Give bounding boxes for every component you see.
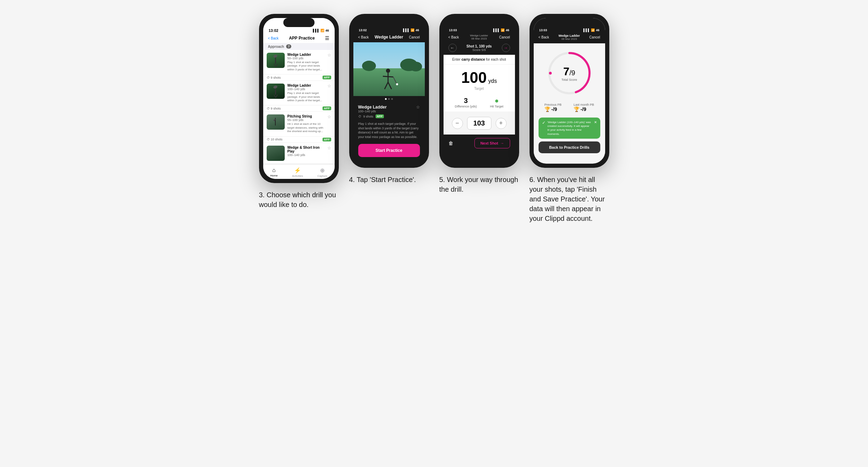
target-yds-value: 100 bbox=[461, 69, 487, 86]
pb-row: Previous PB 🏆 -/9 Last month PB 🏆 -/9 bbox=[539, 100, 600, 115]
diff-label: Difference (yds) bbox=[455, 105, 477, 108]
trophy-icon-1: 🏆 bbox=[544, 106, 550, 112]
dot-1 bbox=[385, 98, 387, 100]
back-button-1[interactable]: < Back bbox=[268, 36, 279, 40]
trash-icon[interactable]: 🗑 bbox=[448, 140, 453, 146]
drill-yds-0: 50–100 yds bbox=[287, 57, 325, 60]
target-label: Target bbox=[448, 87, 510, 90]
bookmark-icon-1[interactable]: ☆ bbox=[327, 84, 331, 88]
drill-desc-2: Play 1 shot at each target yardage. If y… bbox=[358, 120, 420, 141]
bookmark-icon-3[interactable]: ☆ bbox=[327, 146, 331, 150]
drill-info-0: Wedge Ladder 50–100 yds Play 1 shot at e… bbox=[287, 53, 325, 71]
next-shot-bar: 🗑 Next Shot → bbox=[444, 135, 515, 152]
last-month-pb-label: Last month PB bbox=[574, 103, 594, 106]
cancel-button-3[interactable]: Cancel bbox=[499, 35, 510, 39]
caption-2: 4. Tap 'Start Practice'. bbox=[349, 175, 416, 184]
shot-nav-center: Wedge Ladder 06 Mar 2023 bbox=[470, 34, 488, 40]
shot-input-value[interactable]: 103 bbox=[467, 117, 491, 130]
bookmark-icon-2[interactable]: ☆ bbox=[327, 114, 331, 119]
back-button-3[interactable]: < Back bbox=[448, 35, 459, 39]
drill-desc-2: Hit 1 shot at each of the 10 target dist… bbox=[287, 122, 325, 133]
prev-shot-btn[interactable]: ← bbox=[448, 44, 457, 52]
prev-pb: Previous PB 🏆 -/9 bbox=[544, 103, 562, 112]
toast-close-icon[interactable]: ✕ bbox=[594, 120, 597, 124]
next-shot-button[interactable]: Next Shot → bbox=[474, 138, 510, 148]
drill-footer-1: ⏱9 shots APP bbox=[263, 105, 335, 112]
page-container: 13:02 ▌▌▌ 📶 46 < Back APP Practice ☰ App… bbox=[259, 14, 609, 223]
drill-name-0: Wedge Ladder bbox=[287, 53, 325, 57]
shot-arrows-row: ← Shot 1, 100 yds Score 5/9 → bbox=[444, 42, 515, 55]
cancel-button-4[interactable]: Cancel bbox=[589, 35, 600, 39]
input-row: − 103 + bbox=[444, 112, 515, 135]
cancel-button-2[interactable]: Cancel bbox=[409, 35, 420, 39]
section-badge: 7 bbox=[286, 44, 291, 49]
phone-section-1: 13:02 ▌▌▌ 📶 46 < Back APP Practice ☰ App… bbox=[259, 14, 339, 209]
score-numerator: 7 bbox=[563, 65, 569, 78]
drill-card-2: Wedge Ladder 100–140 yds ☆ ⏱ 9 shots APP… bbox=[353, 102, 425, 162]
nav-home[interactable]: ⌂ Home bbox=[270, 167, 277, 178]
drill-name-section-2: Wedge Ladder 100–140 yds bbox=[358, 105, 387, 113]
last-month-pb-value: 🏆 -/9 bbox=[574, 106, 594, 112]
dot-3 bbox=[391, 98, 393, 100]
shots-row-dark: ⏱ 9 shots APP bbox=[358, 113, 420, 120]
home-icon: ⌂ bbox=[272, 167, 276, 173]
drill-desc-0: Play 1 shot at each target yardage. If y… bbox=[287, 61, 325, 71]
dot-2 bbox=[388, 98, 390, 100]
svg-point-10 bbox=[386, 69, 390, 73]
shot-info-center: Shot 1, 100 yds Score 5/9 bbox=[466, 44, 492, 52]
back-to-drills-button[interactable]: Back to Practice Drills bbox=[539, 141, 600, 153]
trophy-icon-2: 🏆 bbox=[574, 106, 579, 112]
app-badge-0: APP bbox=[323, 76, 331, 79]
battery-icon: 46 bbox=[325, 29, 329, 32]
wifi-icon-4: 📶 bbox=[591, 28, 595, 32]
drill-name-1: Wedge Ladder bbox=[287, 84, 325, 87]
carry-bold: carry distance bbox=[462, 58, 485, 61]
shots-text-2: 9 shots bbox=[363, 115, 373, 118]
drill-image-0 bbox=[267, 53, 285, 68]
back-button-2[interactable]: < Back bbox=[358, 35, 369, 39]
drill-item-0[interactable]: Wedge Ladder 50–100 yds Play 1 shot at e… bbox=[263, 50, 335, 75]
shot-content-area: Enter carry distance for each shot 100 y… bbox=[444, 55, 515, 135]
phone-screen-1: 13:02 ▌▌▌ 📶 46 < Back APP Practice ☰ App… bbox=[263, 18, 335, 179]
drill-footer-0: ⏱9 shots APP bbox=[263, 75, 335, 81]
svg-point-8 bbox=[410, 62, 422, 71]
nav-title-1: APP Practice bbox=[289, 36, 315, 41]
drill-yds-2: 100–140 yds bbox=[358, 110, 387, 113]
start-practice-button[interactable]: Start Practice bbox=[358, 144, 420, 157]
nav-center-4: Wedge Ladder 06 Mar 2023 bbox=[558, 34, 580, 41]
drill-yds-1: 100–140 yds bbox=[287, 87, 325, 91]
target-value-row: 100 yds bbox=[448, 70, 510, 85]
drill-item-1[interactable]: Wedge Ladder 100–140 yds Play 1 shot at … bbox=[263, 81, 335, 105]
menu-icon-1[interactable]: ☰ bbox=[325, 35, 329, 41]
nav-capture[interactable]: ⊕ Capture bbox=[317, 167, 327, 178]
golf-image-inner bbox=[353, 42, 425, 96]
increment-btn[interactable]: + bbox=[496, 118, 507, 129]
status-icons-2: ▌▌▌ 📶 46 bbox=[403, 28, 419, 32]
back-button-4[interactable]: < Back bbox=[539, 35, 549, 39]
phone-frame-4: 13:03 ▌▌▌ 📶 46 < Back Wedge Ladder 06 Ma… bbox=[530, 14, 609, 168]
nav-activities[interactable]: ⚡ Activities bbox=[292, 167, 303, 178]
capture-icon: ⊕ bbox=[320, 167, 325, 174]
app-badge-1: APP bbox=[323, 106, 331, 110]
clock-icon-2: ⏱ bbox=[358, 115, 361, 118]
svg-point-1 bbox=[273, 54, 277, 58]
drill-thumb-0 bbox=[267, 53, 285, 68]
score-center: 7/9 Total Score bbox=[561, 65, 577, 81]
next-shot-arrow-btn[interactable]: → bbox=[502, 44, 510, 52]
hit-target-label: Hit Target bbox=[490, 105, 503, 108]
time-2: 13:02 bbox=[359, 28, 367, 32]
bookmark-icon-0[interactable]: ☆ bbox=[327, 53, 331, 58]
image-dots bbox=[353, 96, 425, 102]
svg-point-16 bbox=[396, 83, 398, 85]
drill-item-3[interactable]: Wedge & Short Iron Play 100–140 yds ☆ bbox=[263, 143, 335, 164]
shot-label: Shot 1, 100 yds bbox=[466, 44, 492, 48]
bookmark-icon-phone2[interactable]: ☆ bbox=[416, 105, 420, 110]
drill-yds-2: 55–100 yds bbox=[287, 118, 325, 122]
drill-info-1: Wedge Ladder 100–140 yds Play 1 shot at … bbox=[287, 84, 325, 102]
nav-bar-2: < Back Wedge Ladder Cancel bbox=[353, 33, 425, 42]
target-display: 100 yds Target bbox=[444, 64, 515, 93]
golf-image bbox=[353, 42, 425, 96]
drill-image-1 bbox=[267, 84, 285, 99]
decrement-btn[interactable]: − bbox=[452, 118, 463, 129]
drill-item-2[interactable]: Pitching String 55–100 yds Hit 1 shot at… bbox=[263, 112, 335, 136]
